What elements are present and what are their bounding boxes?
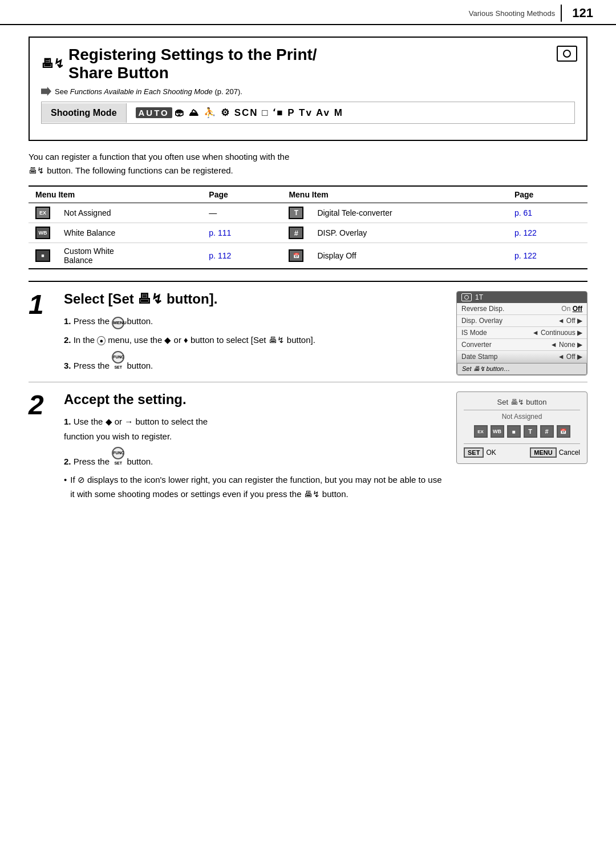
table-item3: White Balance (57, 223, 202, 243)
menu-row-value: ◄ None ▶ (550, 341, 582, 349)
panel-icon-disp: 📅 (557, 425, 570, 438)
panel-divider2 (464, 443, 580, 444)
mode-icons: 🏟 ⛰ ⛹ ⚙ SCN □ ʻ■ P Tv Av M (175, 107, 343, 119)
set-button-panel-display: Set 🖶↯ button Not Assigned EX WB ■ T # 📅… (456, 391, 587, 464)
main-content: 🖶↯ Registering Settings to the Print/Sha… (0, 25, 616, 524)
table-page2: p. 61 (508, 203, 587, 223)
menu-row-label: Converter (461, 341, 492, 349)
panel-icon-row: EX WB ■ T # 📅 (464, 425, 580, 438)
page-number: 121 (572, 6, 593, 21)
step1-number: 1 (29, 291, 52, 318)
camera-menu-row: Disp. Overlay ◄ Off ▶ (457, 315, 587, 327)
camera-menu-tab: 1T (475, 293, 483, 301)
rec-mode-icon: ● (97, 336, 106, 345)
table-item6: Display Off (310, 243, 508, 269)
cancel-text: Cancel (559, 449, 580, 457)
step2-number: 2 (29, 391, 52, 419)
panel-icon-ex: EX (474, 425, 488, 438)
table-icon2: T (282, 203, 310, 223)
menu-row-value: On Off (561, 305, 582, 313)
func-button-icon: FUNCSET (112, 351, 124, 364)
panel-ok-cancel: SET OK MENU Cancel (464, 447, 580, 458)
table-header-menu2: Menu Item (282, 186, 508, 203)
step2-instructions: 1. Use the ◆ or → button to select thefu… (64, 414, 445, 502)
table-icon1: EX (29, 203, 57, 223)
table-item4: DISP. Overlay (310, 223, 508, 243)
not-assigned-icon: EX (35, 207, 50, 219)
menu-row-value: ◄ Off ▶ (558, 317, 582, 325)
step2-title: Accept the setting. (64, 391, 445, 407)
menu-row-value: ◄ Continuous ▶ (532, 329, 582, 337)
shooting-mode-icons: AUTO 🏟 ⛰ ⛹ ⚙ SCN □ ʻ■ P Tv Av M (127, 102, 352, 123)
step1-instructions: 1. Press the MENU button. 2. In the ● me… (64, 314, 445, 373)
tele-icon: T (289, 207, 303, 219)
reference-note: See Functions Available in Each Shooting… (41, 87, 575, 96)
table-icon5: ■ (29, 243, 57, 269)
bullet-text: If ⊘ displays to the icon's lower right,… (70, 473, 445, 502)
table-row: ■ Custom WhiteBalance p. 112 📅 Display O… (29, 243, 587, 269)
table-page1: — (202, 203, 282, 223)
panel-icon-hash: # (540, 425, 554, 438)
camera-menu-header: 1T (457, 292, 587, 303)
set-button-label: SET (464, 447, 484, 458)
step1-instruction2: 2. In the ● menu, use the ◆ or ♦ button … (64, 333, 445, 348)
camera-menu-row: Reverse Disp. On Off (457, 303, 587, 315)
menu-row-label: Disp. Overlay (461, 317, 502, 325)
camera-menu-footer: Set 🖶↯ button… (457, 363, 587, 375)
ok-text: OK (486, 449, 496, 457)
shooting-mode-label: Shooting Mode (42, 103, 127, 123)
camera-icon (557, 46, 577, 62)
menu-row-value: ◄ Off ▶ (558, 353, 582, 361)
step2-instruction2: 2. Press the FUNCSET button. (64, 447, 445, 469)
panel-subtitle: Not Assigned (464, 413, 580, 421)
shooting-mode-row: Shooting Mode AUTO 🏟 ⛰ ⛹ ⚙ SCN □ ʻ■ P Tv… (41, 102, 575, 124)
page-header: Various Shooting Methods 121 (0, 0, 616, 25)
table-header-page1: Page (202, 186, 282, 203)
table-icon4: # (282, 223, 310, 243)
step2-content: Accept the setting. 1. Use the ◆ or → bu… (64, 391, 445, 502)
step1-instruction1: 1. Press the MENU button. (64, 314, 445, 329)
header-divider (561, 5, 562, 22)
custom-wb-icon: ■ (35, 249, 50, 262)
menu-row-label: Reverse Disp. (461, 305, 504, 313)
menu-table: Menu Item Page Menu Item Page EX Not Ass… (29, 185, 587, 269)
page-link-112[interactable]: p. 112 (209, 251, 231, 260)
camera-lens (563, 50, 571, 58)
title-section: 🖶↯ Registering Settings to the Print/Sha… (29, 37, 587, 141)
page-link-122b[interactable]: p. 122 (514, 251, 537, 260)
step1-instruction3: 3. Press the FUNCSET button. (64, 351, 445, 373)
section-title: Various Shooting Methods (469, 9, 556, 18)
print-icon: 🖶↯ (41, 56, 64, 71)
arrow-icon (41, 87, 51, 96)
disp-overlay-icon: # (289, 227, 303, 239)
step1-content: Select [Set 🖶↯ button]. 1. Press the MEN… (64, 291, 445, 376)
table-row: WB White Balance p. 111 # DISP. Overlay … (29, 223, 587, 243)
panel-ok: SET OK (464, 447, 496, 458)
camera-menu-row: Converter ◄ None ▶ (457, 339, 587, 351)
table-item1: Not Assigned (57, 203, 202, 223)
table-page3: p. 111 (202, 223, 282, 243)
step2-bullet: • If ⊘ displays to the icon's lower righ… (64, 473, 445, 502)
step2-section: 2 Accept the setting. 1. Use the ◆ or → … (29, 382, 587, 507)
table-page4: p. 122 (508, 223, 587, 243)
table-item2: Digital Tele-converter (310, 203, 508, 223)
menu-row-label: Date Stamp (461, 353, 497, 361)
page-title: 🖶↯ Registering Settings to the Print/Sha… (41, 46, 575, 82)
table-page6: p. 122 (508, 243, 587, 269)
table-header-page2: Page (508, 186, 587, 203)
camera-menu-row: Date Stamp ◄ Off ▶ (457, 351, 587, 363)
page-link-61[interactable]: p. 61 (514, 208, 532, 217)
page-link-111[interactable]: p. 111 (209, 228, 231, 237)
step1-screenshot: 1T Reverse Disp. On Off Disp. Overlay ◄ … (456, 291, 587, 376)
menu-button-label: MENU (530, 447, 556, 458)
panel-title: Set 🖶↯ button (464, 398, 580, 406)
description-text: You can register a function that you oft… (29, 150, 587, 177)
panel-icon-wb: WB (491, 425, 504, 438)
step1-title: Select [Set 🖶↯ button]. (64, 291, 445, 307)
page-link-122a[interactable]: p. 122 (514, 228, 537, 237)
camera-menu-row: IS Mode ◄ Continuous ▶ (457, 327, 587, 339)
title-text: Registering Settings to the Print/Share … (68, 46, 317, 82)
step2-screenshot: Set 🖶↯ button Not Assigned EX WB ■ T # 📅… (456, 391, 587, 464)
step1-section: 1 Select [Set 🖶↯ button]. 1. Press the M… (29, 281, 587, 382)
table-row: EX Not Assigned — T Digital Tele-convert… (29, 203, 587, 223)
